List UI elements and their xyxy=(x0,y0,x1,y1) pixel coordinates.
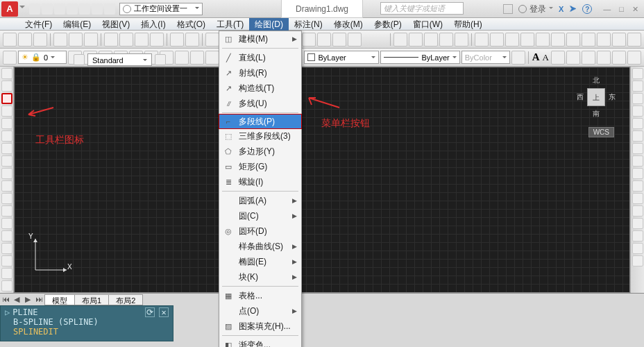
text-a-icon[interactable]: A xyxy=(543,52,549,63)
tb-e2-icon[interactable] xyxy=(490,33,504,46)
tb-e10-icon[interactable] xyxy=(612,33,626,46)
justify-icon[interactable] xyxy=(627,51,641,65)
menu-format[interactable]: 格式(O) xyxy=(171,18,211,31)
spline-icon[interactable] xyxy=(1,168,12,179)
tb-ssm-icon[interactable] xyxy=(317,33,331,46)
line-icon[interactable] xyxy=(1,68,12,79)
explode-icon[interactable] xyxy=(632,255,643,266)
menu-block[interactable]: 块(K)▶ xyxy=(219,269,301,285)
menu-pline[interactable]: ⌐多段线(P) xyxy=(219,114,302,129)
menu-helix[interactable]: ≣螺旋(I) xyxy=(219,174,301,189)
tab-layout2[interactable]: 布局2 xyxy=(108,294,143,305)
gradient-icon[interactable] xyxy=(1,255,12,266)
command-line[interactable]: ⟳ ✕ ▷PLINE B-SPLINE (SPLINE) SPLINEDIT xyxy=(0,305,173,341)
tb-region-icon[interactable] xyxy=(424,33,438,46)
tab-model[interactable]: 模型 xyxy=(44,294,75,305)
qat-redo-icon[interactable] xyxy=(104,3,115,15)
wcs-label[interactable]: WCS xyxy=(588,127,614,137)
xline-icon[interactable] xyxy=(1,81,12,92)
menu-window[interactable]: 窗口(W) xyxy=(407,18,448,31)
menu-circle[interactable]: 圆(C)▶ xyxy=(219,208,301,223)
app-menu-button[interactable]: A xyxy=(1,1,18,17)
erase-icon[interactable] xyxy=(632,68,643,79)
polyline-icon[interactable] xyxy=(1,93,12,104)
extend-icon[interactable] xyxy=(632,193,643,204)
tb-dist-icon[interactable] xyxy=(393,33,407,46)
hatch-icon[interactable] xyxy=(1,243,12,254)
make-block-icon[interactable] xyxy=(1,218,12,229)
maximize-button[interactable]: □ xyxy=(619,5,624,14)
layer-mgr-icon[interactable] xyxy=(3,51,17,65)
move-icon[interactable] xyxy=(632,130,643,142)
menu-ellipse[interactable]: 椭圆(E)▶ xyxy=(219,254,301,269)
tb-paste-icon[interactable] xyxy=(135,33,149,46)
tb-copy-icon[interactable] xyxy=(119,33,133,46)
menu-param[interactable]: 参数(P) xyxy=(368,18,407,31)
tab-next-icon[interactable]: ▶ xyxy=(22,295,33,305)
insert-icon[interactable] xyxy=(1,205,12,217)
rectangle-icon[interactable] xyxy=(1,118,12,129)
tb-e9-icon[interactable] xyxy=(597,33,611,46)
join-icon[interactable] xyxy=(632,218,643,229)
tb-pan-icon[interactable] xyxy=(205,33,219,46)
layer-make-icon[interactable] xyxy=(190,51,204,65)
table-icon[interactable] xyxy=(1,280,12,291)
menu-xline[interactable]: ↗构造线(T) xyxy=(219,81,301,96)
cmd-recent-icon[interactable]: ⟳ xyxy=(145,307,155,317)
find-icon[interactable] xyxy=(582,51,595,65)
menu-help[interactable]: 帮助(H) xyxy=(448,18,488,31)
trim-icon[interactable] xyxy=(632,180,643,192)
tab-first-icon[interactable]: ⏮ xyxy=(0,295,11,305)
tb-tp-icon[interactable] xyxy=(302,33,316,46)
menu-gradient[interactable]: ◧渐变色... xyxy=(219,337,301,347)
menu-model[interactable]: ◫建模(M)▶ xyxy=(219,31,301,46)
help-icon[interactable]: ? xyxy=(582,4,592,14)
textstyle-combo[interactable]: Standard xyxy=(87,53,152,66)
menu-mline[interactable]: ⫽多线(U) xyxy=(219,96,301,111)
menu-modify[interactable]: 修改(M) xyxy=(328,18,368,31)
exchange-icon[interactable]: X xyxy=(559,5,564,13)
qat-save-icon[interactable] xyxy=(54,3,65,15)
tb-list-icon[interactable] xyxy=(439,33,453,46)
tb-preview-icon[interactable] xyxy=(69,33,83,46)
menu-spline[interactable]: 样条曲线(S)▶ xyxy=(219,239,301,254)
scale-icon[interactable] xyxy=(612,51,626,65)
mirror-icon[interactable] xyxy=(632,93,643,104)
tb-open-icon[interactable] xyxy=(18,33,32,46)
menu-edit[interactable]: 编辑(E) xyxy=(58,18,96,31)
tb-publish-icon[interactable] xyxy=(84,33,98,46)
arc-icon[interactable] xyxy=(1,130,12,142)
tb-e6-icon[interactable] xyxy=(551,33,565,46)
vc-top[interactable]: 上 xyxy=(587,88,605,106)
tb-e3-icon[interactable] xyxy=(505,33,519,46)
cmd-close-icon[interactable]: ✕ xyxy=(159,307,169,317)
menu-ray[interactable]: ↗射线(R) xyxy=(219,65,301,81)
tb-id-icon[interactable] xyxy=(455,33,468,46)
infocenter-icon[interactable] xyxy=(503,4,513,14)
layer-combo[interactable]: ☀🔒 0 xyxy=(18,51,67,64)
fillet-icon[interactable] xyxy=(632,243,643,254)
layer-unlock-icon[interactable] xyxy=(175,51,189,65)
tb-e1-icon[interactable] xyxy=(475,33,489,46)
tb-save-icon[interactable] xyxy=(33,33,47,46)
offset-icon[interactable] xyxy=(632,105,643,117)
menu-point[interactable]: 点(O)▶ xyxy=(219,303,301,319)
tb-cut-icon[interactable] xyxy=(104,33,118,46)
qat-open-icon[interactable] xyxy=(42,3,53,15)
spell-icon[interactable] xyxy=(566,51,580,65)
mtext-icon[interactable] xyxy=(551,51,565,65)
break-icon[interactable] xyxy=(632,205,643,217)
tb-e4-icon[interactable] xyxy=(520,33,534,46)
plotstyle-combo[interactable]: ByColor xyxy=(461,51,510,64)
lineweight-icon[interactable] xyxy=(511,51,525,65)
tb-e11-icon[interactable] xyxy=(627,33,641,46)
share-icon[interactable]: ⮞ xyxy=(569,5,577,13)
qat-undo-icon[interactable] xyxy=(92,3,103,15)
region-icon[interactable] xyxy=(1,268,12,279)
tab-prev-icon[interactable]: ◀ xyxy=(11,295,22,305)
search-box[interactable]: 键入关键字或短语 xyxy=(380,2,464,15)
tb-new-icon[interactable] xyxy=(3,33,17,46)
menu-table[interactable]: ▦表格... xyxy=(219,288,301,303)
tb-e8-icon[interactable] xyxy=(582,33,595,46)
tb-e7-icon[interactable] xyxy=(566,33,580,46)
